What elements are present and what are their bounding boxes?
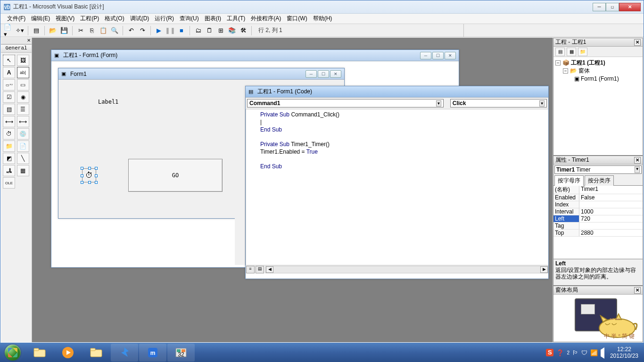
properties-button[interactable]: 🗒 — [204, 25, 215, 36]
cut-button[interactable]: ✂ — [75, 25, 86, 36]
task-media-player[interactable] — [54, 344, 82, 362]
layout-form-preview[interactable] — [581, 304, 595, 314]
tool-vscrollbar[interactable]: ⟷ — [17, 116, 29, 127]
tool-checkbox[interactable]: ☑ — [3, 91, 15, 103]
open-button[interactable]: 📂 — [48, 25, 58, 36]
tool-combobox[interactable]: ▤ — [3, 104, 15, 115]
task-folder[interactable] — [83, 344, 110, 362]
menu-debug[interactable]: 调试(D) — [127, 14, 152, 24]
taskbar-clock[interactable]: 12:22 2012/10/23 — [607, 346, 641, 359]
tray-two-icon[interactable]: 2 — [567, 350, 570, 355]
tool-textbox[interactable]: ab| — [17, 67, 29, 78]
tray-shield-icon[interactable]: 🛡 — [581, 349, 587, 356]
tray-volume-icon[interactable] — [601, 349, 604, 356]
property-row[interactable]: Tag — [553, 222, 643, 230]
menu-tools[interactable]: 工具(T) — [224, 14, 248, 24]
tool-dirlistbox[interactable]: 📁 — [3, 140, 15, 152]
form1-close[interactable]: ✕ — [330, 70, 341, 78]
timer1-control[interactable]: ⏱ — [82, 168, 96, 182]
property-grid[interactable]: (名称)Timer1EnabledFalseIndexInterval1000L… — [553, 186, 643, 259]
code-editor[interactable]: Private Sub Command1_Click() | End Sub P… — [246, 109, 548, 265]
label1-control[interactable]: Label1 — [97, 99, 119, 105]
tool-listbox[interactable]: ☰ — [17, 104, 29, 115]
tree-toggle[interactable]: − — [563, 68, 568, 74]
tray-network-icon[interactable]: 📶 — [590, 349, 598, 356]
menu-view[interactable]: 视图(V) — [53, 14, 77, 24]
properties-close[interactable]: ✕ — [634, 157, 641, 164]
redo-button[interactable]: ↷ — [137, 25, 148, 36]
paste-button[interactable]: 📋 — [98, 25, 108, 36]
tool-picturebox[interactable]: 🖼 — [17, 55, 29, 66]
tool-frame[interactable]: ▭ˣʸ — [3, 79, 15, 90]
procedure-selector[interactable]: Click — [450, 99, 547, 107]
menu-format[interactable]: 格式(O) — [102, 14, 127, 24]
designer-max[interactable]: ☐ — [432, 52, 444, 59]
property-row[interactable]: Top2880 — [553, 230, 643, 237]
add-item-button[interactable]: ✧▾ — [15, 25, 25, 36]
menu-diagram[interactable]: 图表(I) — [202, 14, 224, 24]
tool-hscrollbar[interactable]: ⟷ — [3, 116, 15, 127]
save-button[interactable]: 💾 — [59, 25, 69, 36]
project-explorer-button[interactable]: 🗂 — [193, 25, 203, 36]
tool-drivelistbox[interactable]: 💿 — [17, 128, 29, 140]
copy-button[interactable]: ⎘ — [87, 25, 97, 36]
tool-ole[interactable]: OLE — [3, 177, 15, 189]
task-explorer[interactable] — [26, 344, 53, 362]
object-selector[interactable]: Command1 — [247, 99, 444, 107]
tool-filelistbox[interactable]: 📄 — [17, 140, 29, 152]
tray-flag-icon[interactable]: 🏳 — [572, 349, 578, 356]
tree-toggle[interactable]: − — [555, 60, 561, 66]
close-button[interactable] — [619, 3, 641, 11]
menu-edit[interactable]: 编辑(E) — [28, 14, 53, 24]
property-row[interactable]: Left720 — [553, 215, 643, 222]
view-object-button[interactable]: ▦ — [567, 48, 576, 56]
tray-help-icon[interactable]: ❓ — [556, 349, 564, 356]
form1-max[interactable]: ☐ — [318, 70, 329, 78]
undo-button[interactable]: ↶ — [126, 25, 136, 36]
project-explorer-close[interactable]: ✕ — [634, 39, 641, 46]
tool-shape[interactable]: ◩ — [3, 153, 15, 164]
maximize-button[interactable] — [606, 3, 619, 11]
object-browser-button[interactable]: 📚 — [227, 25, 237, 36]
code-window[interactable]: ▤ 工程1 - Form1 (Code) Command1 Click Priv… — [245, 86, 549, 279]
tool-image[interactable]: 🏞 — [3, 165, 15, 176]
end-button[interactable]: ■ — [176, 25, 187, 36]
command1-control[interactable]: GO — [128, 159, 223, 192]
task-maxthon[interactable]: m — [139, 344, 166, 362]
tool-timer[interactable]: ⏱ — [3, 128, 15, 140]
property-row[interactable]: (名称)Timer1 — [553, 186, 643, 194]
project-tree[interactable]: −📦工程1 (工程1) −📂窗体 ▣Form1 (Form1) — [553, 57, 643, 155]
menu-run[interactable]: 运行(R) — [152, 14, 177, 24]
tool-commandbutton[interactable]: ▭ — [17, 79, 29, 90]
mdi-client[interactable]: ▣ 工程1 - Form1 (Form) ─ ☐ ✕ ▣ Form1 — [32, 38, 553, 342]
procedure-view-button[interactable]: ≡ — [246, 266, 255, 273]
toolbox-close[interactable]: ✕ — [1, 38, 32, 44]
code-h-scrollbar[interactable]: ◀ ▶ — [265, 266, 548, 273]
view-code-button[interactable]: ▤ — [555, 48, 565, 56]
start-button[interactable]: ▶ — [154, 25, 164, 36]
full-view-button[interactable]: ▤ — [256, 266, 264, 273]
menu-file[interactable]: 文件(F) — [4, 14, 28, 24]
minimize-button[interactable] — [593, 3, 606, 11]
find-button[interactable]: 🔍 — [109, 25, 120, 36]
form-layout-close[interactable]: ✕ — [634, 287, 641, 294]
menu-project[interactable]: 工程(P) — [77, 14, 102, 24]
property-object-selector[interactable]: Timer1 Timer — [554, 165, 642, 174]
toggle-folders-button[interactable]: 📁 — [578, 48, 587, 56]
sort-alpha-tab[interactable]: 按字母序 — [554, 175, 584, 186]
add-project-button[interactable]: 📄▾ — [3, 25, 14, 36]
tool-optionbutton[interactable]: ◉ — [17, 91, 29, 103]
menu-query[interactable]: 查询(U) — [177, 14, 202, 24]
form1-min[interactable]: ─ — [305, 70, 317, 78]
tool-pointer[interactable]: ↖ — [3, 55, 15, 66]
break-button[interactable]: ❚❚ — [165, 25, 175, 36]
menu-addins[interactable]: 外接程序(A) — [248, 14, 284, 24]
property-row[interactable]: EnabledFalse — [553, 194, 643, 201]
tool-label[interactable]: A — [3, 67, 15, 78]
sort-category-tab[interactable]: 按分类序 — [585, 175, 614, 186]
tool-data[interactable]: ▦ — [17, 165, 29, 176]
tool-line[interactable]: ╲ — [17, 153, 29, 164]
menu-window[interactable]: 窗口(W) — [284, 14, 310, 24]
toolbox-button[interactable]: 🛠 — [238, 25, 248, 36]
titlebar[interactable]: vb 工程1 - Microsoft Visual Basic [设计] — [0, 0, 644, 14]
